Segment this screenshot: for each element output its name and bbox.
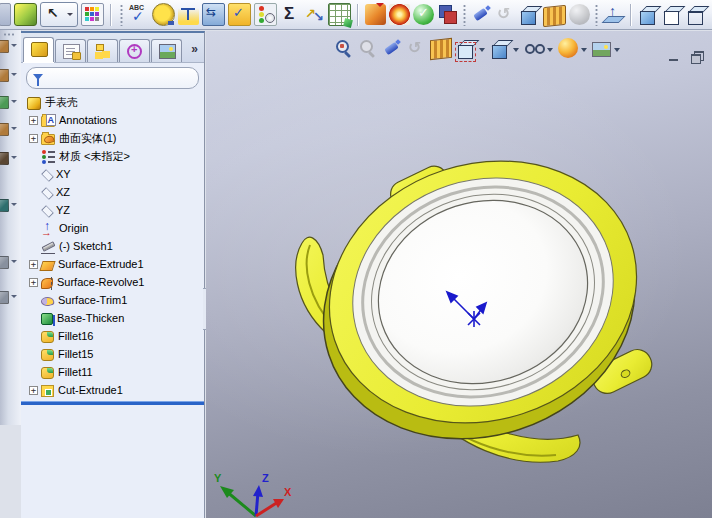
filter-funnel-icon bbox=[33, 74, 43, 85]
graphics-viewport[interactable]: Y Z X bbox=[206, 31, 712, 518]
strip-tool-icon[interactable] bbox=[0, 96, 10, 109]
plane-icon bbox=[41, 187, 54, 200]
display-cube-icon[interactable] bbox=[519, 4, 540, 25]
annotations-icon bbox=[41, 116, 55, 127]
mass-properties-icon[interactable] bbox=[178, 4, 199, 25]
tree-item-surface-extrude1[interactable]: +Surface-Extrude1 bbox=[21, 255, 204, 273]
texture-panels-icon[interactable] bbox=[543, 4, 566, 26]
tree-expander[interactable]: + bbox=[29, 134, 38, 143]
tree-expander[interactable]: + bbox=[29, 278, 38, 287]
docked-left-toolbar bbox=[0, 30, 22, 425]
grid-partial-icon[interactable] bbox=[0, 3, 11, 26]
normal-to-icon[interactable] bbox=[603, 4, 624, 25]
tree-expander[interactable]: + bbox=[29, 260, 38, 269]
sphere-icon[interactable] bbox=[569, 4, 590, 25]
verify-check-icon[interactable] bbox=[413, 4, 434, 25]
tree-filter-bar[interactable] bbox=[26, 67, 199, 89]
strip-tool-icon[interactable] bbox=[0, 152, 10, 165]
measure-tape-icon[interactable] bbox=[152, 3, 175, 26]
tree-item-fillet15[interactable]: Fillet15 bbox=[21, 345, 204, 363]
tree-item-fillet16[interactable]: Fillet16 bbox=[21, 327, 204, 345]
strip-tool-icon[interactable] bbox=[0, 291, 10, 304]
tree-item-xy[interactable]: XY bbox=[21, 165, 204, 183]
tree-item-label: Surface-Trim1 bbox=[58, 294, 127, 306]
tab-propertymanager[interactable] bbox=[55, 39, 86, 62]
strip-tool-icon[interactable] bbox=[0, 40, 10, 53]
view-cube-shaded-icon[interactable] bbox=[638, 4, 659, 25]
dropdown-arrow-icon bbox=[11, 203, 17, 209]
tree-item-base-thicken[interactable]: Base-Thicken bbox=[21, 309, 204, 327]
tree-item-fillet11[interactable]: Fillet11 bbox=[21, 363, 204, 381]
panel-tabs: » bbox=[21, 33, 204, 63]
color-palette-icon[interactable] bbox=[81, 3, 104, 26]
cube-front-face bbox=[688, 11, 703, 25]
tree-item-surface-revolve1[interactable]: +Surface-Revolve1 bbox=[21, 273, 204, 291]
tree-filter-input[interactable] bbox=[47, 70, 193, 86]
tree-expander[interactable]: + bbox=[29, 116, 38, 125]
equations-icon[interactable] bbox=[280, 4, 301, 25]
render-preview-icon[interactable] bbox=[365, 4, 386, 25]
strip-tool-icon[interactable] bbox=[0, 69, 10, 82]
reference-triad: Y Z X bbox=[210, 460, 306, 518]
dimxpert-icon bbox=[127, 44, 142, 59]
tab-dimxpert[interactable] bbox=[119, 39, 150, 62]
tree-item-cut-extrude1[interactable]: +Cut-Extrude1 bbox=[21, 381, 204, 399]
toolbar-separator bbox=[120, 4, 123, 26]
material-icon bbox=[41, 149, 55, 163]
tree-item-label: YZ bbox=[56, 204, 70, 216]
sketch-icon bbox=[41, 239, 55, 254]
tree-item-label: XZ bbox=[56, 186, 70, 198]
cube-front-face bbox=[664, 11, 679, 25]
tree-item-label: 曲面实体(1) bbox=[59, 131, 116, 146]
tree-item-surface-trim1[interactable]: Surface-Trim1 bbox=[21, 291, 204, 309]
strip-tool-glyph bbox=[0, 96, 9, 109]
design-binder-icon[interactable] bbox=[228, 3, 251, 26]
tree-expander[interactable]: + bbox=[29, 386, 38, 395]
spell-check-icon[interactable] bbox=[128, 4, 149, 25]
toolbar-separator bbox=[595, 4, 598, 26]
tree-item-label: XY bbox=[56, 168, 71, 180]
tree-item-origin[interactable]: Origin bbox=[21, 219, 204, 237]
compare-docs-icon[interactable] bbox=[437, 4, 458, 25]
dropdown-arrow-icon bbox=[11, 295, 17, 301]
refresh-swirl-icon[interactable] bbox=[495, 4, 516, 25]
strip-tool-icon[interactable] bbox=[0, 256, 10, 269]
tree-item-yz[interactable]: YZ bbox=[21, 201, 204, 219]
strip-tool-icon[interactable] bbox=[0, 123, 10, 136]
tree-item-annotations[interactable]: +Annotations bbox=[21, 111, 204, 129]
feature-statistics-icon[interactable] bbox=[254, 3, 277, 26]
realview-glow-icon[interactable] bbox=[389, 4, 410, 25]
tree-item-item[interactable]: 手表壳 bbox=[21, 93, 204, 111]
design-table-icon[interactable] bbox=[328, 3, 351, 26]
toolbar-separator bbox=[630, 4, 632, 26]
view-cube-hlv-icon[interactable] bbox=[662, 4, 683, 25]
toolbar-separator bbox=[110, 4, 112, 26]
featuremanager-icon bbox=[31, 42, 48, 57]
fillet-icon bbox=[41, 349, 54, 361]
select-arrow-icon[interactable] bbox=[40, 2, 78, 27]
cube-front-face bbox=[521, 11, 536, 25]
triad-x-label: X bbox=[284, 486, 292, 498]
strip-tool-icon[interactable] bbox=[0, 199, 10, 212]
tab-featuremanager[interactable] bbox=[23, 37, 54, 62]
curvature-arrows-icon[interactable] bbox=[304, 4, 325, 25]
tree-item-xz[interactable]: XZ bbox=[21, 183, 204, 201]
previous-view-icon[interactable] bbox=[471, 4, 492, 25]
update-arrows-icon[interactable] bbox=[202, 3, 225, 26]
part-box-icon[interactable] bbox=[14, 3, 37, 26]
tab-configurationmanager[interactable] bbox=[87, 39, 118, 62]
view-cube-wire-icon[interactable] bbox=[686, 4, 707, 25]
more-tabs-button[interactable]: » bbox=[187, 42, 202, 56]
watch-case-body bbox=[286, 122, 676, 478]
tree-item-label: Surface-Revolve1 bbox=[57, 276, 144, 288]
model-watch-case[interactable] bbox=[206, 31, 712, 518]
tree-item-item[interactable]: 材质 <未指定> bbox=[21, 147, 204, 165]
tree-item-1[interactable]: +曲面实体(1) bbox=[21, 129, 204, 147]
strip-tool-glyph bbox=[0, 199, 9, 212]
feature-manager-panel: » 手表壳+Annotations+曲面实体(1)材质 <未指定>XYXZYZO… bbox=[21, 31, 205, 518]
tree-item-sketch1[interactable]: (-) Sketch1 bbox=[21, 237, 204, 255]
tab-displaymanager[interactable] bbox=[151, 39, 182, 62]
surface-trim-icon bbox=[40, 296, 55, 308]
surface-bodies-icon bbox=[41, 134, 55, 145]
rollback-bar[interactable] bbox=[21, 401, 204, 405]
